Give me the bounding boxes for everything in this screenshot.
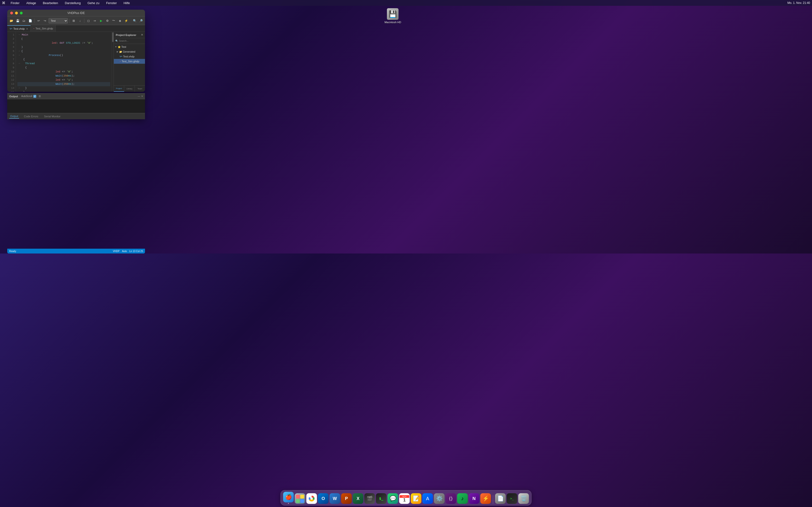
hd-icon[interactable]: 💾 Macintosh HD <box>385 8 401 24</box>
toolbar-fpga-btn[interactable]: ◻ <box>86 18 91 23</box>
ln15: 15 <box>7 90 14 92</box>
toolbar-down-btn[interactable]: ↓ <box>77 18 83 23</box>
menu-gehe-zu[interactable]: Gehe zu <box>86 1 101 5</box>
ln11: 11 <box>7 74 14 78</box>
fold-14[interactable]: — <box>17 86 21 90</box>
menu-finder[interactable]: Finder <box>9 1 21 5</box>
pe-close-btn[interactable]: ✕ <box>141 33 143 37</box>
tab-test-vhdp[interactable]: V+ Test.vhdp ✕ <box>7 25 31 32</box>
menu-ablage[interactable]: Ablage <box>25 1 38 5</box>
code-3-assign: := <box>80 42 87 44</box>
toolbar-deploy-btn[interactable]: ⚡ <box>123 18 129 23</box>
output-tab-errors[interactable]: Code Errors <box>23 114 39 118</box>
pe-item-sim[interactable]: ~ Test_Sim.ghdp <box>114 59 145 64</box>
fold-1[interactable]: — <box>17 33 21 37</box>
menu-bearbeiten[interactable]: Bearbeiten <box>41 1 59 5</box>
tab-close-test[interactable]: ✕ <box>26 27 28 30</box>
code-3-led: led <box>52 42 57 44</box>
pe-search-bar: 🔍 ✕ <box>114 38 145 44</box>
code-line-3: led: OUT STD_LOGIC := '0'; <box>17 41 110 45</box>
pe-search-input[interactable] <box>119 40 145 42</box>
pe-tab-project[interactable]: Project <box>114 86 124 92</box>
close-button[interactable] <box>10 12 13 14</box>
output-tab-output[interactable]: Output <box>9 114 19 119</box>
toolbar-save-btn[interactable]: 💾 <box>15 18 20 23</box>
maximize-button[interactable] <box>20 12 23 14</box>
toolbar-undo-btn[interactable]: ↩ <box>36 18 41 23</box>
pe-tab-team[interactable]: Team <box>135 86 145 92</box>
pe-item-testvhdp[interactable]: V+ Test.vhdp <box>114 54 145 59</box>
toolbar-wave-btn[interactable]: 〜 <box>111 18 116 23</box>
output-close-icon[interactable]: ✕ <box>141 95 143 98</box>
toolbar-sep1 <box>34 18 35 23</box>
toolbar-search-btn[interactable]: 🔍 <box>132 18 137 23</box>
apple-menu[interactable]: ⌘ <box>2 1 5 5</box>
code-13-250: 250 <box>63 82 68 86</box>
pe-icon-test: ⭐ <box>118 46 120 48</box>
ln4: 4 <box>7 45 14 49</box>
code-line-1: — Main <box>17 33 110 37</box>
code-7: { <box>23 57 25 62</box>
tabs-bar: V+ Test.vhdp ✕ ~ Test_Sim.ghdp <box>7 25 145 32</box>
toolbar-open-btn[interactable]: 📂 <box>9 18 14 23</box>
code-6-process: Process <box>49 54 60 57</box>
code-3-colon: : <box>56 42 59 44</box>
tab-icon-vhdp: V+ <box>10 27 12 30</box>
pe-item-generated[interactable]: ▶ 📁 Generated <box>114 49 145 54</box>
ln9: 9 <box>7 66 14 70</box>
output-clear-btn[interactable]: ☰ <box>37 94 43 99</box>
toolbar-sim-btn[interactable]: ◈ <box>117 18 122 23</box>
pe-tab-library[interactable]: Library <box>124 86 135 92</box>
code-line-13: Wait(250ms); <box>17 82 110 86</box>
toolbar-settings-btn[interactable]: ⚙ <box>105 18 110 23</box>
ln5: 5 <box>7 49 14 53</box>
pe-label-testvhdp: Test.vhdp <box>123 55 134 58</box>
title-bar: VHDPlus IDE <box>7 10 145 16</box>
autoscroll-label: AutoScroll <box>21 95 33 98</box>
toolbar-config-select[interactable]: Test <box>49 18 68 23</box>
line-numbers: 1 2 3 4 5 6 7 8 9 10 11 12 13 14 <box>7 32 16 92</box>
menu-darstellung[interactable]: Darstellung <box>63 1 82 5</box>
code-line-15: } <box>17 90 110 92</box>
output-tab-serial[interactable]: Serial Monitor <box>43 114 61 118</box>
toolbar-grid-btn[interactable]: ⊞ <box>71 18 77 23</box>
pe-expand-test: ▼ <box>115 46 117 48</box>
code-content[interactable]: — Main ( led: OUT STD_LOGIC := '0 <box>16 32 112 92</box>
code-line-6: — Process() <box>17 53 110 57</box>
window-title: VHDPlus IDE <box>67 11 85 15</box>
ln2: 2 <box>7 37 14 41</box>
fold-8[interactable]: — <box>17 62 21 66</box>
fold-6[interactable]: — <box>17 53 21 57</box>
toolbar-save2-btn[interactable]: 🗂 <box>21 18 27 23</box>
pe-item-test[interactable]: ▼ ⭐ Test <box>114 44 145 49</box>
toolbar-connect-btn[interactable]: ⇒ <box>92 18 97 23</box>
autoscroll-checkbox[interactable]: ✓ <box>33 95 36 98</box>
editor-scrollbar[interactable] <box>112 32 114 92</box>
tab-test-sim[interactable]: ~ Test_Sim.ghdp <box>31 25 56 32</box>
ln7: 7 <box>7 57 14 62</box>
pe-tabs: Project Library Team <box>114 86 145 92</box>
code-editor[interactable]: 1 2 3 4 5 6 7 8 9 10 11 12 13 14 <box>7 32 114 92</box>
minimize-button[interactable] <box>15 12 18 14</box>
toolbar-search2-btn[interactable]: 🔎 <box>138 18 144 23</box>
fold-5[interactable]: — <box>17 49 21 53</box>
ln14: 14 <box>7 86 14 90</box>
code-15: } <box>23 90 25 92</box>
code-line-8: — Thread <box>17 62 110 66</box>
ln10: 10 <box>7 70 14 74</box>
status-position: Ln 13 Col 25 <box>129 250 143 252</box>
toolbar-new-btn[interactable]: 📄 <box>28 18 33 23</box>
desktop: 💾 Macintosh HD VHDPlus IDE 📂 💾 🗂 📄 ↩ ↪ T… <box>0 6 406 253</box>
status-right: VHDP Auto Ln 13 Col 25 <box>113 250 143 252</box>
menubar: ⌘ Finder Ablage Bearbeiten Darstellung G… <box>0 0 406 6</box>
pe-label-test: Test <box>121 45 126 48</box>
ide-window: VHDPlus IDE 📂 💾 🗂 📄 ↩ ↪ Test ⊞ ↓ ◻ ⇒ ▶ ⚙… <box>7 10 145 92</box>
menu-fenster[interactable]: Fenster <box>105 1 118 5</box>
menu-hilfe[interactable]: Hilfe <box>122 1 131 5</box>
toolbar-redo-btn[interactable]: ↪ <box>42 18 48 23</box>
output-minimize-icon[interactable]: — <box>138 95 140 98</box>
code-2: ( <box>21 37 23 41</box>
toolbar-run-btn[interactable]: ▶ <box>98 18 104 23</box>
code-13-p1: ( <box>62 82 63 86</box>
code-3: led: OUT STD_LOGIC := '0'; <box>26 37 93 49</box>
